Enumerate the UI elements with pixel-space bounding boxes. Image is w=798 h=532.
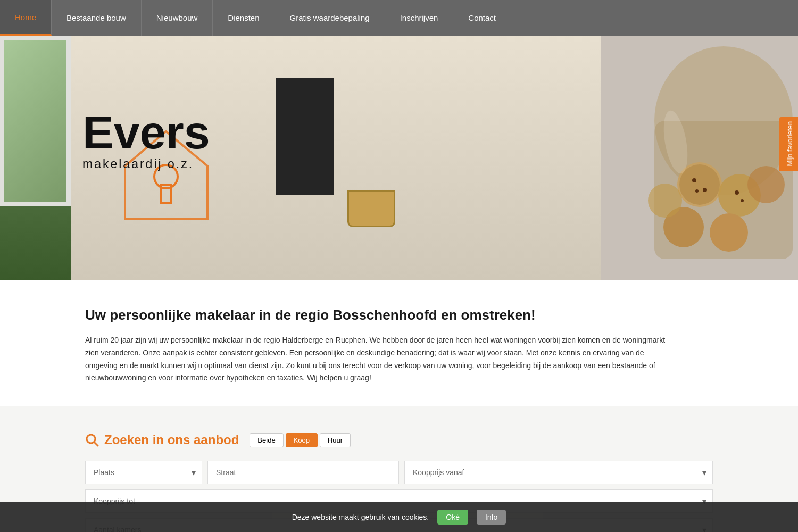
nav-contact[interactable]: Contact — [453, 0, 511, 36]
page-description: Al ruim 20 jaar zijn wij uw persoonlijke… — [85, 334, 670, 385]
plaats-field: Plaats — [85, 461, 202, 484]
svg-point-12 — [735, 190, 739, 195]
search-title: Zoeken in ons aanbod — [85, 433, 239, 447]
main-content: Uw persoonlijke makelaar in de regio Bos… — [69, 280, 729, 406]
hero-left-panel — [0, 36, 71, 280]
search-magnifier-icon — [85, 433, 99, 447]
favorites-tab[interactable]: Mijn favorieten — [779, 117, 798, 171]
cookie-message: Deze website maakt gebruik van cookies. — [292, 513, 429, 521]
cookie-info-button[interactable]: Info — [477, 510, 506, 525]
svg-point-3 — [679, 164, 720, 205]
filter-koop-button[interactable]: Koop — [286, 433, 318, 447]
straat-input[interactable] — [207, 461, 399, 484]
cookie-bar: Deze website maakt gebruik van cookies. … — [0, 502, 798, 532]
straat-field — [207, 461, 399, 484]
nav-gratis-waardebepaling[interactable]: Gratis waardebepaling — [275, 0, 385, 36]
filter-beide-button[interactable]: Beide — [250, 433, 283, 447]
page-tagline: Uw persoonlijke makelaar in de regio Bos… — [85, 307, 713, 323]
nav-nieuwbouw[interactable]: Nieuwbouw — [142, 0, 213, 36]
search-header: Zoeken in ons aanbod Beide Koop Huur — [85, 433, 713, 447]
plaats-select[interactable]: Plaats — [85, 461, 202, 484]
svg-point-7 — [747, 166, 785, 203]
cookie-jar-svg — [601, 36, 798, 280]
hero-cabinet — [276, 78, 334, 195]
hero-basket — [347, 190, 395, 227]
svg-point-8 — [648, 184, 682, 218]
hero-section: Evers makelaardij o.z. — [0, 36, 798, 280]
cookie-ok-button[interactable]: Oké — [437, 510, 468, 525]
filter-huur-button[interactable]: Huur — [320, 433, 351, 447]
svg-point-13 — [741, 199, 744, 202]
nav-home[interactable]: Home — [0, 0, 52, 36]
koopprijs-vanaf-field: Koopprijs vanaf — [404, 461, 713, 484]
hero-right-panel — [601, 36, 798, 280]
svg-point-10 — [703, 188, 707, 192]
main-nav: Home Bestaande bouw Nieuwbouw Diensten G… — [0, 0, 798, 36]
svg-point-9 — [692, 178, 696, 182]
nav-inschrijven[interactable]: Inschrijven — [385, 0, 454, 36]
svg-line-18 — [94, 442, 98, 446]
logo-makelaardij-text: makelaardij o.z. — [82, 157, 210, 171]
logo-evers-text: Evers — [82, 110, 210, 155]
hero-window — [0, 36, 71, 206]
svg-point-6 — [710, 213, 748, 252]
filter-buttons: Beide Koop Huur — [250, 433, 351, 447]
nav-bestaande-bouw[interactable]: Bestaande bouw — [52, 0, 142, 36]
svg-point-11 — [695, 189, 699, 193]
nav-diensten[interactable]: Diensten — [213, 0, 275, 36]
hero-logo: Evers makelaardij o.z. — [82, 110, 210, 171]
search-row-1: Plaats Koopprijs vanaf — [85, 461, 713, 484]
hero-window-glass — [4, 40, 66, 202]
koopprijs-vanaf-select[interactable]: Koopprijs vanaf — [404, 461, 713, 484]
